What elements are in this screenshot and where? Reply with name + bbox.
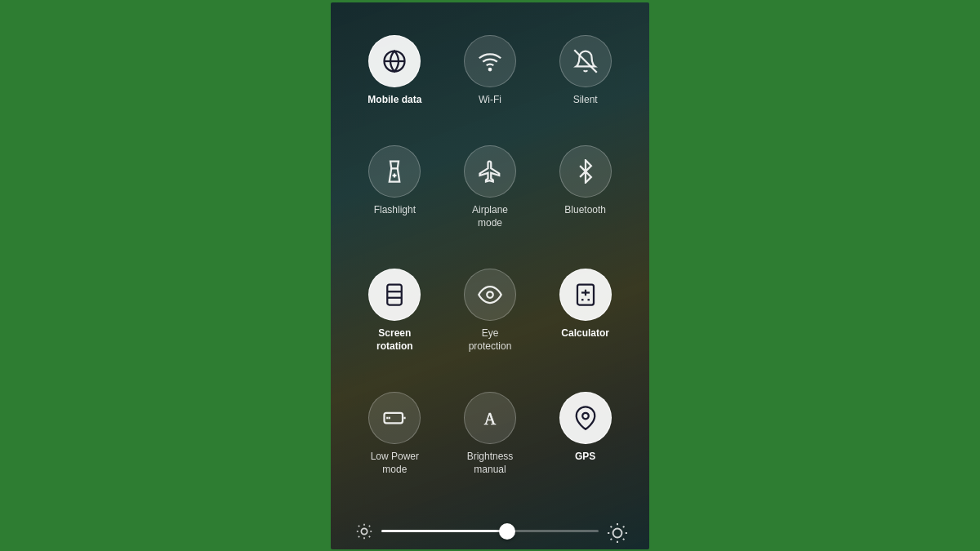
- calculator-button[interactable]: [559, 269, 612, 321]
- screen-rotation-item: Screen rotation: [347, 260, 443, 361]
- eye-protection-label: Eye protection: [469, 327, 512, 353]
- calculator-label: Calculator: [561, 327, 609, 340]
- brightness-manual-button[interactable]: A: [464, 392, 516, 444]
- mobile-data-label: Mobile data: [368, 94, 421, 107]
- svg-text:A: A: [484, 410, 497, 428]
- gps-label: GPS: [575, 451, 595, 464]
- flashlight-button[interactable]: [368, 145, 421, 198]
- screen-rotation-button[interactable]: [368, 269, 421, 321]
- svg-line-27: [369, 526, 370, 527]
- bluetooth-button[interactable]: [559, 145, 612, 198]
- control-panel: Mobile data Wi-Fi: [331, 2, 649, 549]
- airplane-item: Airplane mode: [443, 137, 538, 238]
- eye-protection-item: Eye protection: [443, 260, 538, 361]
- quick-settings-row-3: Screen rotation Eye protection: [347, 260, 633, 361]
- svg-line-22: [359, 526, 359, 527]
- brightness-manual-label: Brightness manual: [467, 451, 514, 476]
- svg-point-19: [361, 528, 367, 534]
- bluetooth-item: Bluetooth: [537, 137, 633, 238]
- silent-label: Silent: [573, 94, 598, 107]
- flashlight-label: Flashlight: [374, 204, 416, 217]
- brightness-row: [347, 514, 633, 549]
- svg-point-7: [487, 292, 493, 299]
- brightness-slider-track[interactable]: [381, 530, 599, 532]
- mobile-data-button[interactable]: [368, 35, 421, 87]
- low-power-label: Low Power mode: [371, 451, 419, 476]
- brightness-slider-fill: [381, 530, 507, 532]
- eye-protection-button[interactable]: [464, 269, 516, 321]
- low-power-button[interactable]: [368, 392, 421, 444]
- silent-button[interactable]: [559, 35, 612, 87]
- svg-rect-6: [388, 285, 403, 305]
- wifi-item: Wi-Fi: [443, 27, 538, 115]
- bluetooth-label: Bluetooth: [564, 204, 606, 217]
- brightness-max-icon: [607, 522, 625, 540]
- low-power-item: Low Power mode: [347, 384, 443, 484]
- calculator-item: Calculator: [537, 260, 633, 361]
- airplane-button[interactable]: [464, 145, 516, 198]
- svg-line-3: [574, 50, 597, 73]
- quick-settings-row-2: Flashlight Airplane mode Bluetooth: [347, 137, 633, 238]
- airplane-label: Airplane mode: [472, 204, 508, 229]
- gps-button[interactable]: [559, 392, 612, 444]
- wifi-label: Wi-Fi: [479, 94, 501, 107]
- quick-settings-row-1: Mobile data Wi-Fi: [347, 27, 633, 115]
- gps-item: GPS: [537, 384, 633, 484]
- silent-item: Silent: [537, 27, 633, 115]
- svg-line-23: [369, 535, 370, 536]
- screen-rotation-label: Screen rotation: [376, 327, 413, 353]
- svg-line-31: [611, 526, 612, 527]
- mobile-data-item: Mobile data: [347, 27, 443, 115]
- svg-point-18: [582, 413, 589, 420]
- brightness-manual-item: A Brightness manual: [443, 384, 538, 484]
- flashlight-item: Flashlight: [347, 137, 443, 238]
- svg-line-26: [359, 535, 359, 536]
- svg-line-32: [623, 539, 625, 540]
- brightness-slider-thumb[interactable]: [499, 523, 515, 540]
- wifi-button[interactable]: [464, 35, 516, 87]
- svg-line-35: [611, 539, 612, 540]
- svg-point-28: [613, 528, 622, 537]
- brightness-min-icon: [355, 522, 373, 540]
- svg-point-2: [489, 68, 492, 70]
- svg-line-36: [623, 526, 625, 527]
- quick-settings-row-4: Low Power mode A Brightness manual GPS: [347, 384, 633, 484]
